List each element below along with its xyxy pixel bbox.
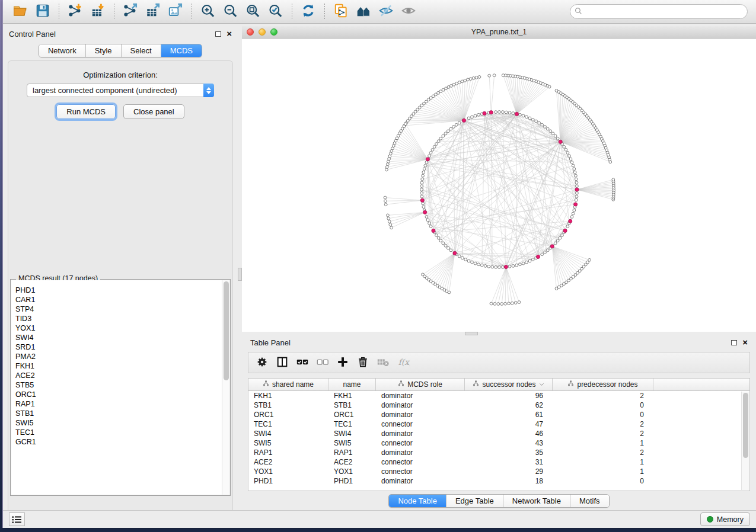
cell-name[interactable]: TEC1: [328, 419, 376, 429]
cell-shared-name[interactable]: STB1: [248, 400, 328, 410]
cell-shared-name[interactable]: SWI4: [248, 429, 328, 438]
mcds-list-scrollbar[interactable]: [222, 280, 229, 495]
first-neighbors-button[interactable]: [354, 2, 373, 21]
mcds-result-item[interactable]: FKH1: [15, 361, 229, 371]
cell-predecessor-nodes[interactable]: 0: [553, 476, 653, 486]
cell-successor-nodes[interactable]: 47: [465, 419, 553, 429]
cell-MCDS-role[interactable]: dominator: [376, 448, 465, 457]
column-header-shared-name[interactable]: shared name: [248, 379, 328, 390]
tab-network[interactable]: Network: [39, 44, 86, 57]
cell-MCDS-role[interactable]: dominator: [376, 400, 465, 410]
export-image-button[interactable]: [166, 2, 185, 21]
cell-MCDS-role[interactable]: dominator: [376, 391, 465, 400]
splitter-grabber[interactable]: [465, 332, 478, 335]
mcds-result-item[interactable]: CAR1: [15, 295, 229, 305]
tab-style[interactable]: Style: [86, 44, 122, 57]
column-header-predecessor-nodes[interactable]: predecessor nodes: [553, 379, 653, 390]
cell-MCDS-role[interactable]: connector: [376, 419, 465, 429]
close-panel-icon[interactable]: ×: [227, 31, 232, 37]
mcds-result-list[interactable]: PHD1CAR1STP4TID3YOX1SWI4SRD1PMA2FKH1ACE2…: [11, 280, 229, 495]
close-panel-button[interactable]: Close panel: [123, 104, 184, 119]
memory-button[interactable]: Memory: [700, 512, 750, 526]
mcds-result-item[interactable]: PMA2: [15, 352, 229, 361]
cell-shared-name[interactable]: ORC1: [248, 410, 328, 419]
cell-name[interactable]: ACE2: [328, 457, 376, 467]
cell-MCDS-role[interactable]: dominator: [376, 410, 465, 419]
cell-predecessor-nodes[interactable]: 2: [553, 448, 653, 457]
zoom-fit-button[interactable]: [244, 2, 263, 21]
cell-predecessor-nodes[interactable]: 1: [553, 467, 653, 476]
panel-divider[interactable]: [238, 26, 242, 510]
mcds-result-item[interactable]: SWI4: [15, 333, 229, 342]
mcds-result-item[interactable]: SRD1: [15, 342, 229, 352]
cell-name[interactable]: PHD1: [328, 476, 376, 486]
add-button[interactable]: [333, 354, 353, 371]
zoom-in-button[interactable]: [199, 2, 218, 21]
cell-MCDS-role[interactable]: connector: [376, 467, 465, 476]
table-row[interactable]: YOX1YOX1connector291: [248, 467, 749, 476]
table-row[interactable]: ORC1ORC1dominator610: [248, 410, 749, 419]
float-table-panel-icon[interactable]: [731, 340, 737, 345]
tab-network-table[interactable]: Network Table: [503, 495, 570, 507]
cell-name[interactable]: SWI5: [328, 438, 376, 448]
cell-shared-name[interactable]: FKH1: [248, 391, 328, 400]
import-table-button[interactable]: [88, 2, 107, 21]
cell-successor-nodes[interactable]: 96: [465, 391, 553, 400]
cell-predecessor-nodes[interactable]: 1: [553, 457, 653, 467]
network-canvas[interactable]: [242, 39, 756, 332]
cell-name[interactable]: YOX1: [328, 467, 376, 476]
network-from-selection-button[interactable]: [331, 2, 350, 21]
tab-mcds[interactable]: MCDS: [161, 44, 202, 57]
table-row[interactable]: ACE2ACE2connector311: [248, 457, 749, 467]
cell-name[interactable]: SWI4: [328, 429, 376, 438]
table-scrollbar[interactable]: [741, 392, 749, 490]
cell-successor-nodes[interactable]: 46: [465, 429, 553, 438]
mcds-result-item[interactable]: STP4: [15, 305, 229, 314]
close-table-panel-icon[interactable]: ×: [742, 339, 748, 345]
cell-shared-name[interactable]: RAP1: [248, 448, 328, 457]
cell-predecessor-nodes[interactable]: 0: [553, 400, 653, 410]
search-input[interactable]: [570, 4, 748, 19]
table-row[interactable]: SWI5SWI5connector431: [248, 438, 749, 448]
cell-shared-name[interactable]: SWI5: [248, 438, 328, 448]
cell-successor-nodes[interactable]: 31: [465, 457, 553, 467]
settings-button[interactable]: [252, 354, 272, 371]
mcds-result-item[interactable]: TID3: [15, 314, 229, 323]
cell-successor-nodes[interactable]: 35: [465, 448, 553, 457]
table-row[interactable]: FKH1FKH1dominator962: [248, 391, 749, 400]
table-row[interactable]: RAP1RAP1dominator352: [248, 448, 749, 457]
deselect-all-button[interactable]: [312, 354, 333, 371]
mcds-result-item[interactable]: GCR1: [15, 437, 229, 447]
table-row[interactable]: SWI4SWI4dominator462: [248, 429, 749, 438]
export-network-button[interactable]: [121, 2, 140, 21]
hide-selected-button[interactable]: [377, 2, 395, 21]
cell-predecessor-nodes[interactable]: 2: [553, 419, 653, 429]
show-panels-button[interactable]: [9, 512, 25, 526]
apply-layout-button[interactable]: [299, 2, 318, 21]
table-row[interactable]: STB1STB1dominator620: [248, 400, 749, 410]
cell-shared-name[interactable]: YOX1: [248, 467, 328, 476]
cell-name[interactable]: FKH1: [328, 391, 376, 400]
cell-predecessor-nodes[interactable]: 2: [553, 429, 653, 438]
delete-button[interactable]: [353, 354, 373, 371]
open-button[interactable]: [11, 2, 30, 21]
divider-grabber[interactable]: [238, 268, 242, 281]
mcds-result-item[interactable]: ACE2: [15, 371, 229, 380]
cell-name[interactable]: RAP1: [328, 448, 376, 457]
cell-successor-nodes[interactable]: 62: [465, 400, 553, 410]
mcds-result-item[interactable]: SWI5: [15, 418, 229, 428]
mcds-result-item[interactable]: STB1: [15, 409, 229, 418]
zoom-out-button[interactable]: [221, 2, 240, 21]
column-header-name[interactable]: name: [328, 379, 376, 390]
network-window-titlebar[interactable]: YPA_prune.txt_1: [242, 26, 756, 39]
mcds-result-item[interactable]: STB5: [15, 380, 229, 390]
cell-successor-nodes[interactable]: 43: [465, 438, 553, 448]
cell-name[interactable]: ORC1: [328, 410, 376, 419]
float-panel-icon[interactable]: [215, 31, 221, 37]
cell-shared-name[interactable]: PHD1: [248, 476, 328, 486]
tab-motifs[interactable]: Motifs: [570, 495, 609, 507]
cell-shared-name[interactable]: ACE2: [248, 457, 328, 467]
cell-name[interactable]: STB1: [328, 400, 376, 410]
save-button[interactable]: [33, 2, 52, 21]
cell-predecessor-nodes[interactable]: 0: [553, 410, 653, 419]
